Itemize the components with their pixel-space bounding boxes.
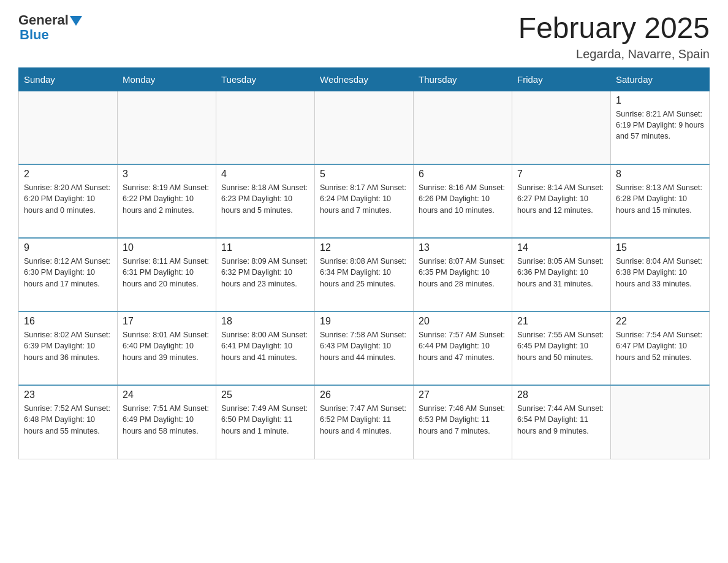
- calendar-cell: [216, 91, 315, 164]
- day-info: Sunrise: 7:51 AM Sunset: 6:49 PM Dayligh…: [123, 403, 211, 436]
- title-block: February 2025 Legarda, Navarre, Spain: [518, 12, 710, 61]
- weekday-header-thursday: Thursday: [414, 67, 512, 91]
- day-info: Sunrise: 8:19 AM Sunset: 6:22 PM Dayligh…: [123, 182, 211, 215]
- calendar-cell: 4Sunrise: 8:18 AM Sunset: 6:23 PM Daylig…: [216, 164, 315, 238]
- day-number: 24: [123, 389, 211, 400]
- calendar-cell: 7Sunrise: 8:14 AM Sunset: 6:27 PM Daylig…: [512, 164, 611, 238]
- day-number: 2: [24, 169, 112, 180]
- calendar-cell: [19, 91, 118, 164]
- day-number: 21: [517, 316, 605, 327]
- logo: General Blue: [18, 12, 82, 43]
- day-info: Sunrise: 7:52 AM Sunset: 6:48 PM Dayligh…: [24, 403, 112, 436]
- day-number: 5: [320, 169, 408, 180]
- day-number: 23: [24, 389, 112, 400]
- weekday-header-friday: Friday: [512, 67, 611, 91]
- calendar-cell: 11Sunrise: 8:09 AM Sunset: 6:32 PM Dayli…: [216, 238, 315, 312]
- day-number: 12: [320, 242, 408, 253]
- calendar-cell: 25Sunrise: 7:49 AM Sunset: 6:50 PM Dayli…: [216, 385, 315, 459]
- calendar-week-row: 2Sunrise: 8:20 AM Sunset: 6:20 PM Daylig…: [19, 164, 710, 238]
- day-info: Sunrise: 7:47 AM Sunset: 6:52 PM Dayligh…: [320, 403, 408, 436]
- calendar-cell: 6Sunrise: 8:16 AM Sunset: 6:26 PM Daylig…: [414, 164, 512, 238]
- calendar-cell: 24Sunrise: 7:51 AM Sunset: 6:49 PM Dayli…: [118, 385, 216, 459]
- day-number: 8: [616, 169, 704, 180]
- weekday-header-row: SundayMondayTuesdayWednesdayThursdayFrid…: [19, 67, 710, 91]
- day-info: Sunrise: 7:58 AM Sunset: 6:43 PM Dayligh…: [320, 329, 408, 362]
- day-number: 3: [123, 169, 211, 180]
- day-info: Sunrise: 8:20 AM Sunset: 6:20 PM Dayligh…: [24, 182, 112, 215]
- day-number: 14: [517, 242, 605, 253]
- calendar-cell: [414, 91, 512, 164]
- calendar-week-row: 9Sunrise: 8:12 AM Sunset: 6:30 PM Daylig…: [19, 238, 710, 312]
- day-info: Sunrise: 8:08 AM Sunset: 6:34 PM Dayligh…: [320, 256, 408, 289]
- day-number: 9: [24, 242, 112, 253]
- calendar-cell: 9Sunrise: 8:12 AM Sunset: 6:30 PM Daylig…: [19, 238, 118, 312]
- day-info: Sunrise: 7:55 AM Sunset: 6:45 PM Dayligh…: [517, 329, 605, 362]
- calendar-week-row: 1Sunrise: 8:21 AM Sunset: 6:19 PM Daylig…: [19, 91, 710, 164]
- day-info: Sunrise: 8:13 AM Sunset: 6:28 PM Dayligh…: [616, 182, 704, 215]
- day-number: 26: [320, 389, 408, 400]
- calendar-cell: 22Sunrise: 7:54 AM Sunset: 6:47 PM Dayli…: [611, 312, 710, 385]
- calendar-cell: 20Sunrise: 7:57 AM Sunset: 6:44 PM Dayli…: [414, 312, 512, 385]
- day-number: 11: [221, 242, 309, 253]
- day-number: 18: [221, 316, 309, 327]
- day-info: Sunrise: 8:17 AM Sunset: 6:24 PM Dayligh…: [320, 182, 408, 215]
- calendar-cell: 15Sunrise: 8:04 AM Sunset: 6:38 PM Dayli…: [611, 238, 710, 312]
- day-number: 10: [123, 242, 211, 253]
- calendar-cell: 28Sunrise: 7:44 AM Sunset: 6:54 PM Dayli…: [512, 385, 611, 459]
- calendar-cell: 21Sunrise: 7:55 AM Sunset: 6:45 PM Dayli…: [512, 312, 611, 385]
- calendar-cell: [315, 91, 414, 164]
- calendar-cell: 17Sunrise: 8:01 AM Sunset: 6:40 PM Dayli…: [118, 312, 216, 385]
- calendar-cell: 18Sunrise: 8:00 AM Sunset: 6:41 PM Dayli…: [216, 312, 315, 385]
- day-number: 1: [616, 95, 704, 106]
- logo-blue-text: Blue: [20, 27, 49, 43]
- calendar-cell: 1Sunrise: 8:21 AM Sunset: 6:19 PM Daylig…: [611, 91, 710, 164]
- day-info: Sunrise: 7:44 AM Sunset: 6:54 PM Dayligh…: [517, 403, 605, 436]
- calendar-cell: 27Sunrise: 7:46 AM Sunset: 6:53 PM Dayli…: [414, 385, 512, 459]
- calendar-cell: [611, 385, 710, 459]
- day-number: 7: [517, 169, 605, 180]
- calendar-table: SundayMondayTuesdayWednesdayThursdayFrid…: [18, 67, 710, 459]
- calendar-cell: [512, 91, 611, 164]
- logo-general-text: General: [18, 12, 69, 28]
- day-info: Sunrise: 8:09 AM Sunset: 6:32 PM Dayligh…: [221, 256, 309, 289]
- day-number: 4: [221, 169, 309, 180]
- calendar-week-row: 23Sunrise: 7:52 AM Sunset: 6:48 PM Dayli…: [19, 385, 710, 459]
- day-info: Sunrise: 7:46 AM Sunset: 6:53 PM Dayligh…: [419, 403, 507, 436]
- day-info: Sunrise: 8:05 AM Sunset: 6:36 PM Dayligh…: [517, 256, 605, 289]
- weekday-header-saturday: Saturday: [611, 67, 710, 91]
- calendar-cell: 13Sunrise: 8:07 AM Sunset: 6:35 PM Dayli…: [414, 238, 512, 312]
- day-info: Sunrise: 8:16 AM Sunset: 6:26 PM Dayligh…: [419, 182, 507, 215]
- day-number: 17: [123, 316, 211, 327]
- day-info: Sunrise: 7:49 AM Sunset: 6:50 PM Dayligh…: [221, 403, 309, 436]
- day-number: 25: [221, 389, 309, 400]
- page-header: General Blue February 2025 Legarda, Nava…: [18, 12, 710, 61]
- day-info: Sunrise: 8:21 AM Sunset: 6:19 PM Dayligh…: [616, 109, 704, 142]
- location-text: Legarda, Navarre, Spain: [518, 47, 710, 61]
- month-title: February 2025: [518, 12, 710, 45]
- calendar-cell: [118, 91, 216, 164]
- day-number: 22: [616, 316, 704, 327]
- calendar-cell: 5Sunrise: 8:17 AM Sunset: 6:24 PM Daylig…: [315, 164, 414, 238]
- weekday-header-monday: Monday: [118, 67, 216, 91]
- logo-arrow-icon: [70, 16, 82, 26]
- calendar-week-row: 16Sunrise: 8:02 AM Sunset: 6:39 PM Dayli…: [19, 312, 710, 385]
- calendar-cell: 3Sunrise: 8:19 AM Sunset: 6:22 PM Daylig…: [118, 164, 216, 238]
- day-number: 28: [517, 389, 605, 400]
- day-info: Sunrise: 8:07 AM Sunset: 6:35 PM Dayligh…: [419, 256, 507, 289]
- weekday-header-tuesday: Tuesday: [216, 67, 315, 91]
- calendar-cell: 14Sunrise: 8:05 AM Sunset: 6:36 PM Dayli…: [512, 238, 611, 312]
- day-info: Sunrise: 8:14 AM Sunset: 6:27 PM Dayligh…: [517, 182, 605, 215]
- day-number: 27: [419, 389, 507, 400]
- calendar-cell: 8Sunrise: 8:13 AM Sunset: 6:28 PM Daylig…: [611, 164, 710, 238]
- day-info: Sunrise: 8:01 AM Sunset: 6:40 PM Dayligh…: [123, 329, 211, 362]
- day-info: Sunrise: 7:54 AM Sunset: 6:47 PM Dayligh…: [616, 329, 704, 362]
- calendar-cell: 19Sunrise: 7:58 AM Sunset: 6:43 PM Dayli…: [315, 312, 414, 385]
- day-number: 13: [419, 242, 507, 253]
- calendar-cell: 2Sunrise: 8:20 AM Sunset: 6:20 PM Daylig…: [19, 164, 118, 238]
- day-number: 6: [419, 169, 507, 180]
- weekday-header-sunday: Sunday: [19, 67, 118, 91]
- calendar-cell: 26Sunrise: 7:47 AM Sunset: 6:52 PM Dayli…: [315, 385, 414, 459]
- calendar-cell: 12Sunrise: 8:08 AM Sunset: 6:34 PM Dayli…: [315, 238, 414, 312]
- calendar-cell: 16Sunrise: 8:02 AM Sunset: 6:39 PM Dayli…: [19, 312, 118, 385]
- weekday-header-wednesday: Wednesday: [315, 67, 414, 91]
